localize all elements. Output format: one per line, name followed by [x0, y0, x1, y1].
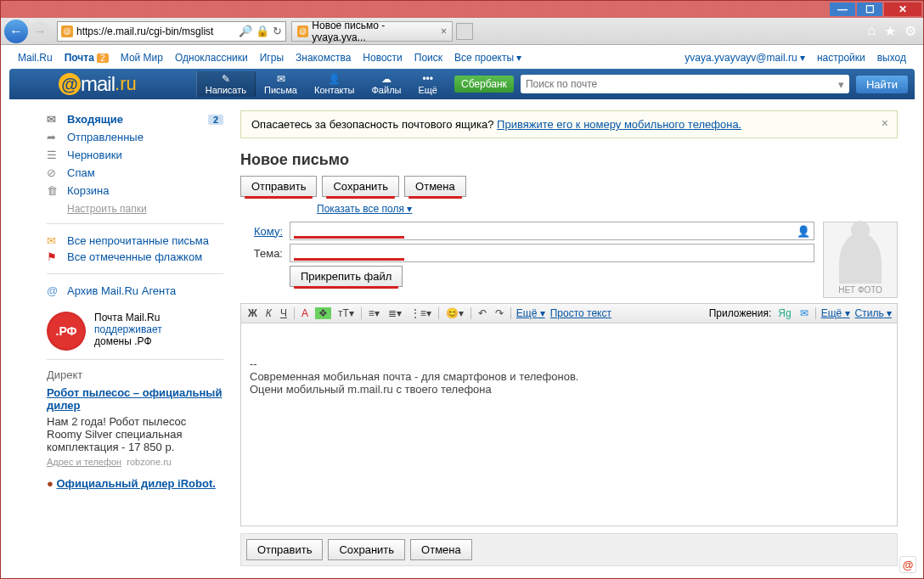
dropdown-icon[interactable]: ▾ [838, 78, 844, 91]
mail-count-badge: 2 [97, 53, 109, 63]
home-icon[interactable]: ⌂ [867, 23, 876, 39]
setup-folders-link[interactable]: Настроить папки [67, 203, 147, 215]
trash-icon: 🗑 [47, 184, 62, 197]
archive-link[interactable]: @Архив Mail.Ru Агента [47, 283, 223, 299]
folder-drafts[interactable]: ☰Черновики [47, 146, 223, 164]
compose-button[interactable]: ✎Написать [196, 71, 256, 97]
rf-logo-icon: .РФ [47, 312, 86, 351]
ad2-link[interactable]: Официальный дилер iRobot. [56, 477, 215, 490]
underline-button[interactable]: Ч [279, 307, 289, 319]
redo-button[interactable]: ↷ [493, 307, 505, 319]
folder-sent[interactable]: ➦Отправленные [47, 128, 223, 146]
attach-file-button[interactable]: Прикрепить файл [290, 266, 403, 287]
message-body[interactable]: -- Современная мобильная почта - для сма… [240, 323, 898, 526]
style-link[interactable]: Стиль ▾ [855, 307, 892, 319]
alert-close-icon[interactable]: × [882, 116, 888, 130]
address-bar[interactable]: @ 🔎 🔒 ↻ [57, 21, 286, 42]
list-button[interactable]: ⋮≡▾ [408, 307, 433, 319]
window-close-button[interactable]: ✕ [884, 3, 921, 16]
show-all-fields-link[interactable]: Показать все поля ▾ [317, 203, 412, 215]
nav-mymir[interactable]: Мой Мир [121, 52, 163, 64]
rf-promo: .РФ Почта Mail.Ru поддерживает домены .Р… [47, 312, 223, 351]
person-icon: 👤 [314, 73, 355, 85]
find-button[interactable]: Найти [856, 76, 908, 93]
to-label[interactable]: Кому: [240, 225, 283, 238]
bind-phone-link[interactable]: Привяжите его к номеру мобильного телефо… [497, 118, 741, 131]
favorites-icon[interactable]: ★ [884, 23, 896, 39]
nav-settings[interactable]: настройки [817, 52, 865, 64]
window-maximize-button[interactable]: ☐ [857, 3, 882, 16]
save-button[interactable]: Сохранить [322, 176, 399, 197]
folders-sidebar: ✉ Входящие 2 ➦Отправленные ☰Черновики ⊘С… [9, 102, 232, 571]
window-minimize-button[interactable]: — [830, 3, 855, 16]
folder-spam[interactable]: ⊘Спам [47, 164, 223, 182]
more-button[interactable]: •••Ещё [409, 73, 446, 95]
unread-link[interactable]: ✉Все непрочитанные письма [47, 233, 223, 249]
user-email[interactable]: yvaya.yvayvayv@mail.ru ▾ [685, 52, 805, 64]
cancel-button-bottom[interactable]: Отмена [410, 539, 472, 560]
favicon-icon: @ [61, 25, 73, 37]
sberbank-button[interactable]: Сбербанк [454, 76, 514, 93]
editor-more-link[interactable]: Ещё ▾ [516, 307, 545, 319]
indent-button[interactable]: ≣▾ [386, 307, 403, 319]
nav-logout[interactable]: выход [877, 52, 906, 64]
undo-button[interactable]: ↶ [476, 307, 488, 319]
addressbook-icon[interactable]: 👤 [797, 225, 810, 238]
mail-header: @mail.ru ✎Написать ✉Письма 👤Контакты ☁Фа… [9, 69, 915, 99]
ad-link[interactable]: Робот пылесос – официальный дилер [47, 386, 222, 412]
mail-search[interactable]: ▾ [521, 75, 849, 93]
new-tab-button[interactable] [456, 23, 473, 40]
search-icon[interactable]: 🔎 [239, 25, 252, 37]
bold-button[interactable]: Ж [246, 307, 259, 319]
envelope-icon: ✉ [47, 234, 62, 247]
apps-more-link[interactable]: Ещё ▾ [821, 307, 850, 319]
emoji-button[interactable]: 😊▾ [444, 307, 465, 319]
nav-mail[interactable]: Почта 2 [65, 52, 109, 64]
back-button[interactable]: ← [4, 20, 28, 43]
color-button[interactable]: A [300, 307, 310, 319]
logo[interactable]: @mail.ru [59, 72, 137, 96]
to-input[interactable]: 👤 [290, 222, 814, 240]
nav-search[interactable]: Поиск [414, 52, 442, 64]
plain-text-link[interactable]: Просто текст [550, 307, 611, 319]
send-button-bottom[interactable]: Отправить [246, 539, 323, 560]
mail-search-input[interactable] [526, 78, 838, 90]
align-button[interactable]: ≡▾ [367, 307, 381, 319]
postcard-icon[interactable]: ✉ [798, 307, 810, 319]
translate-icon[interactable]: Яg [776, 307, 792, 319]
forward-button[interactable]: → [30, 21, 50, 42]
dots-icon: ••• [418, 73, 437, 85]
nav-news[interactable]: Новости [363, 52, 402, 64]
subject-input[interactable] [290, 244, 814, 262]
ad-address-link[interactable]: Адрес и телефон [47, 457, 121, 467]
agent-badge-icon[interactable]: @ [899, 556, 916, 573]
inbox-count: 2 [208, 115, 223, 125]
nav-games[interactable]: Игры [260, 52, 284, 64]
contacts-button[interactable]: 👤Контакты [306, 73, 363, 95]
refresh-icon[interactable]: ↻ [273, 25, 282, 37]
mails-button[interactable]: ✉Письма [256, 73, 306, 95]
tab-close-icon[interactable]: × [441, 25, 447, 37]
security-alert: Опасаетесь за безопасность почтового ящи… [240, 110, 898, 138]
bgcolor-button[interactable]: ❖ [315, 307, 331, 319]
rf-support-link[interactable]: поддерживает [94, 323, 162, 335]
italic-button[interactable]: К [264, 307, 273, 319]
nav-mailru[interactable]: Mail.Ru [18, 52, 53, 64]
url-input[interactable] [76, 25, 239, 37]
flagged-link[interactable]: ⚑Все отмеченные флажком [47, 249, 223, 265]
page-title: Новое письмо [240, 151, 898, 169]
spam-icon: ⊘ [47, 166, 62, 179]
send-button[interactable]: Отправить [240, 176, 317, 197]
cancel-button[interactable]: Отмена [404, 176, 466, 197]
save-button-bottom[interactable]: Сохранить [328, 539, 405, 560]
folder-trash[interactable]: 🗑Корзина [47, 182, 223, 200]
folder-inbox[interactable]: ✉ Входящие 2 [47, 110, 223, 128]
nav-dating[interactable]: Знакомства [296, 52, 351, 64]
tools-icon[interactable]: ⚙ [904, 23, 916, 39]
fontsize-button[interactable]: тТ▾ [336, 307, 356, 319]
content-area: Опасаетесь за безопасность почтового ящи… [232, 102, 915, 571]
files-button[interactable]: ☁Файлы [363, 73, 410, 95]
nav-ok[interactable]: Одноклассники [175, 52, 248, 64]
nav-projects[interactable]: Все проекты ▾ [454, 52, 521, 64]
browser-tab[interactable]: @ Новое письмо - yvaya.yva... × [291, 21, 453, 42]
